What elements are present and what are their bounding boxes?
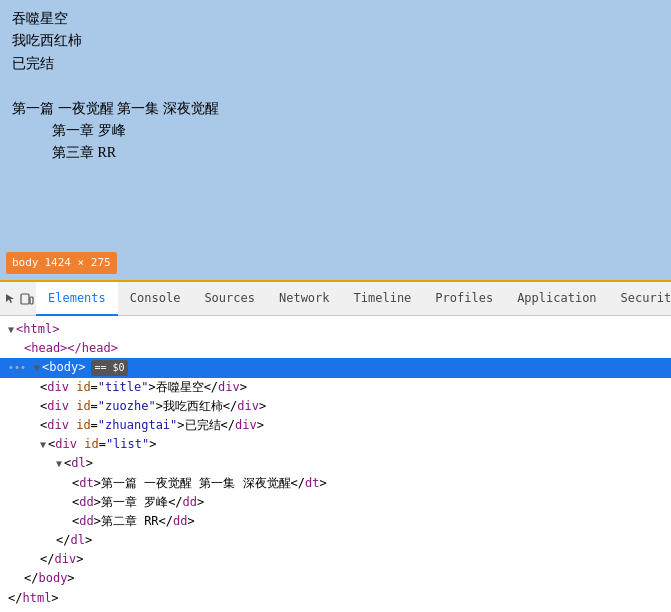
html-line-div-zhuangtai[interactable]: <div id="zhuangtai">已完结</div>	[0, 416, 671, 435]
body-tag-label: body	[12, 254, 39, 272]
html-line-body[interactable]: ••• ▼ <body> == $0	[0, 358, 671, 377]
svg-rect-1	[30, 297, 33, 304]
html-line-div-list[interactable]: ▼ <div id="list">	[0, 435, 671, 454]
devtools-panel: Elements Console Sources Network Timelin…	[0, 280, 671, 612]
tab-security[interactable]: Security	[609, 282, 671, 316]
dots-marker: •••	[8, 360, 26, 376]
tab-sources[interactable]: Sources	[192, 282, 267, 316]
html-line-dd1[interactable]: <dd>第一章 罗峰</dd>	[0, 493, 671, 512]
tab-timeline[interactable]: Timeline	[342, 282, 424, 316]
preview-line-5: 第一章 罗峰	[12, 120, 659, 142]
svg-rect-0	[21, 294, 29, 304]
html-line-div-zuozhe[interactable]: <div id="zuozhe">我吃西红柿</div>	[0, 397, 671, 416]
html-line-body-close[interactable]: </body>	[0, 569, 671, 588]
html-line-html-open[interactable]: ▼ <html>	[0, 320, 671, 339]
html-line-dl[interactable]: ▼ <dl>	[0, 454, 671, 473]
html-line-dl-close[interactable]: </dl>	[0, 531, 671, 550]
cursor-icon[interactable]	[4, 287, 18, 311]
preview-area: 吞噬星空 我吃西红柿 已完结 第一篇 一夜觉醒 第一集 深夜觉醒 第一章 罗峰 …	[0, 0, 671, 280]
html-line-dd2[interactable]: <dd>第二章 RR</dd>	[0, 512, 671, 531]
body-tag-indicator: body 1424 × 275	[6, 252, 117, 274]
html-line-html-close[interactable]: </html>	[0, 589, 671, 608]
html-line-div-close[interactable]: </div>	[0, 550, 671, 569]
preview-line-3: 已完结	[12, 53, 659, 75]
devtools-tabs: Elements Console Sources Network Timelin…	[36, 282, 671, 316]
triangle-html[interactable]: ▼	[8, 322, 14, 338]
body-badge: == $0	[91, 360, 127, 376]
html-line-div-title[interactable]: <div id="title">吞噬星空</div>	[0, 378, 671, 397]
triangle-body[interactable]: ▼	[34, 360, 40, 376]
preview-line-6: 第三章 RR	[12, 142, 659, 164]
html-line-head[interactable]: <head></head>	[0, 339, 671, 358]
triangle-list[interactable]: ▼	[40, 437, 46, 453]
tab-elements[interactable]: Elements	[36, 282, 118, 316]
elements-panel[interactable]: ▼ <html> <head></head> ••• ▼ <body> == $…	[0, 316, 671, 612]
html-line-dt[interactable]: <dt>第一篇 一夜觉醒 第一集 深夜觉醒</dt>	[0, 474, 671, 493]
preview-line-2: 我吃西红柿	[12, 30, 659, 52]
triangle-dl[interactable]: ▼	[56, 456, 62, 472]
preview-line-4: 第一篇 一夜觉醒 第一集 深夜觉醒	[12, 98, 659, 120]
dimensions-label: 1424 × 275	[45, 254, 111, 272]
tab-profiles[interactable]: Profiles	[423, 282, 505, 316]
tab-application[interactable]: Application	[505, 282, 608, 316]
preview-line-1: 吞噬星空	[12, 8, 659, 30]
tab-network[interactable]: Network	[267, 282, 342, 316]
tab-console[interactable]: Console	[118, 282, 193, 316]
devtools-toolbar: Elements Console Sources Network Timelin…	[0, 282, 671, 316]
device-icon[interactable]	[20, 287, 34, 311]
